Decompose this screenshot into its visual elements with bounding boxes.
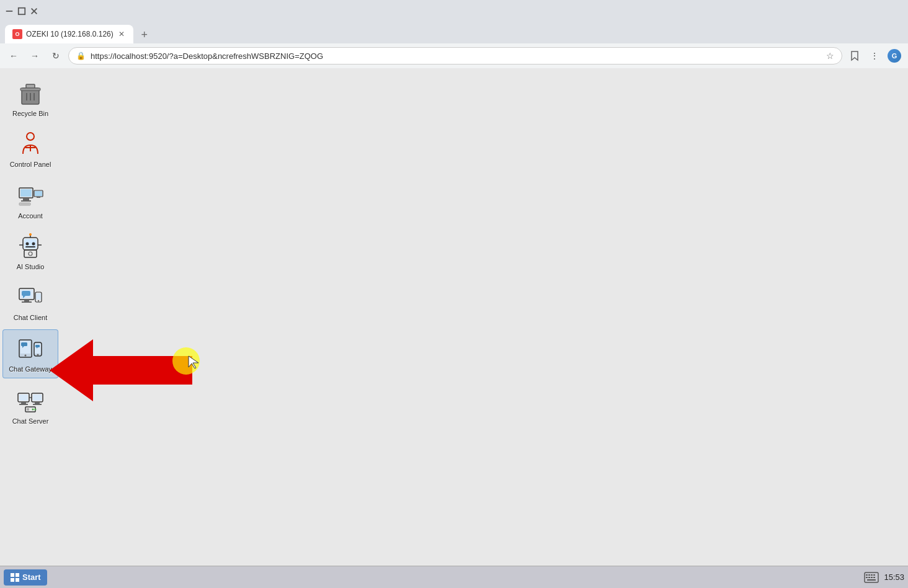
svg-rect-58 — [35, 402, 40, 404]
svg-rect-18 — [35, 191, 42, 196]
tab-close-button[interactable]: ✕ — [117, 29, 126, 40]
svg-point-63 — [32, 408, 34, 410]
recycle-bin-icon[interactable]: Recycle Bin — [2, 74, 58, 122]
clock-display: 15:53 — [884, 572, 904, 582]
new-tab-button[interactable]: + — [136, 26, 153, 43]
svg-rect-37 — [22, 291, 30, 296]
ai-studio-icon[interactable]: AI Studio — [2, 228, 58, 275]
tray-icon-keyboard — [864, 572, 879, 583]
recycle-bin-label: Recycle Bin — [12, 109, 48, 118]
mouse-cursor — [187, 355, 200, 370]
title-bar — [0, 0, 908, 22]
svg-rect-14 — [20, 189, 32, 197]
control-panel-icon[interactable]: Control Panel — [2, 125, 58, 172]
nav-actions: ⋮ G — [846, 47, 903, 65]
svg-rect-16 — [21, 200, 31, 202]
cursor-highlight — [172, 347, 200, 375]
svg-rect-50 — [35, 345, 40, 347]
menu-button[interactable]: ⋮ — [866, 47, 883, 65]
minimize-button[interactable] — [5, 7, 14, 16]
refresh-button[interactable]: ↻ — [47, 47, 65, 65]
svg-rect-75 — [868, 577, 870, 578]
chat-gateway-label: Chat Gateway — [9, 365, 52, 373]
svg-rect-26 — [25, 246, 35, 247]
svg-point-44 — [25, 355, 27, 357]
lock-icon: 🔒 — [76, 51, 86, 60]
svg-rect-62 — [27, 408, 29, 411]
bookmark-button[interactable] — [846, 47, 863, 65]
account-label: Account — [18, 212, 43, 220]
svg-rect-66 — [16, 573, 19, 577]
control-panel-image — [16, 129, 45, 159]
back-button[interactable]: ← — [5, 47, 22, 65]
svg-rect-57 — [33, 394, 42, 401]
svg-point-28 — [29, 233, 32, 236]
svg-rect-73 — [873, 574, 875, 576]
forward-button[interactable]: → — [26, 47, 43, 65]
active-tab[interactable]: O OZEKI 10 (192.168.0.126) ✕ — [5, 25, 133, 43]
taskbar: Start 15:53 — [0, 566, 908, 588]
svg-rect-59 — [33, 404, 42, 405]
profile-button[interactable]: G — [886, 47, 903, 65]
svg-rect-71 — [868, 574, 870, 576]
ai-studio-label: AI Studio — [17, 262, 45, 271]
account-icon[interactable]: Account — [2, 177, 58, 224]
svg-rect-68 — [16, 578, 19, 582]
chat-client-icon[interactable]: Chat Client — [2, 278, 58, 326]
star-icon[interactable]: ☆ — [826, 51, 834, 61]
nav-bar: ← → ↻ 🔒 https://localhost:9520/?a=Deskto… — [0, 43, 908, 68]
taskbar-right: 15:53 — [864, 572, 904, 583]
address-bar[interactable]: 🔒 https://localhost:9520/?a=Desktop&ncre… — [68, 47, 842, 65]
svg-rect-0 — [6, 11, 13, 12]
desktop-icons: Recycle Bin Control Panel — [0, 68, 62, 435]
close-button[interactable] — [30, 7, 38, 16]
svg-point-30 — [29, 252, 32, 256]
tab-bar: O OZEKI 10 (192.168.0.126) ✕ + — [0, 22, 908, 43]
red-arrow — [50, 339, 192, 401]
svg-rect-5 — [26, 84, 35, 88]
address-text: https://localhost:9520/?a=Desktop&ncrefr… — [91, 51, 821, 61]
svg-rect-77 — [873, 577, 875, 578]
svg-rect-29 — [24, 250, 37, 257]
svg-rect-15 — [23, 198, 29, 200]
chat-server-icon[interactable]: Chat Server — [2, 382, 58, 429]
chat-client-image — [16, 282, 45, 312]
svg-point-10 — [27, 133, 34, 140]
tab-title: OZEKI 10 (192.168.0.126) — [26, 30, 114, 38]
svg-rect-72 — [871, 574, 873, 576]
svg-rect-36 — [22, 301, 32, 303]
svg-rect-70 — [866, 574, 868, 576]
svg-rect-1 — [19, 8, 25, 15]
svg-point-64 — [35, 408, 37, 410]
chat-gateway-image — [16, 334, 45, 363]
tab-favicon: O — [12, 29, 22, 39]
svg-point-24 — [26, 242, 29, 245]
maximize-button[interactable] — [17, 7, 26, 16]
svg-rect-45 — [21, 342, 27, 346]
start-icon — [10, 572, 20, 582]
svg-rect-54 — [21, 402, 26, 404]
ai-studio-image — [16, 231, 45, 261]
svg-rect-55 — [19, 404, 28, 405]
arrow-body — [93, 356, 192, 385]
svg-rect-74 — [866, 577, 868, 578]
svg-rect-67 — [11, 578, 14, 582]
system-tray — [864, 572, 879, 583]
svg-rect-53 — [19, 394, 28, 401]
svg-rect-65 — [11, 573, 14, 577]
account-image — [16, 180, 45, 210]
svg-rect-40 — [36, 293, 41, 300]
svg-rect-19 — [37, 197, 40, 198]
window-controls — [5, 7, 38, 16]
control-panel-label: Control Panel — [10, 160, 51, 169]
svg-rect-76 — [871, 577, 873, 578]
chat-gateway-icon[interactable]: Chat Gateway — [2, 329, 58, 378]
svg-point-25 — [32, 242, 35, 245]
svg-point-41 — [38, 300, 39, 301]
svg-rect-6 — [20, 88, 40, 91]
svg-rect-78 — [867, 579, 876, 581]
start-label: Start — [22, 572, 41, 582]
chat-server-label: Chat Server — [12, 417, 49, 425]
start-button[interactable]: Start — [4, 569, 47, 586]
chat-server-image — [16, 386, 45, 416]
